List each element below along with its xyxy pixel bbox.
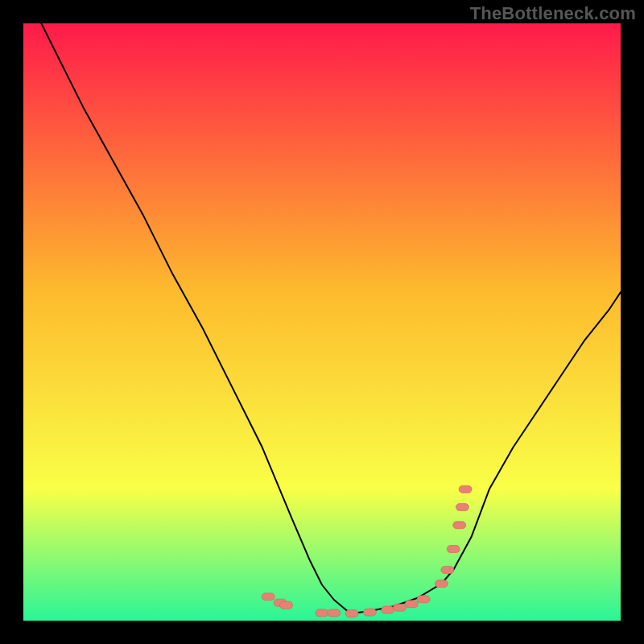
chart-stage: TheBottleneck.com <box>0 0 644 644</box>
marker-point <box>345 610 358 617</box>
bottleneck-plot <box>0 0 644 644</box>
marker-point <box>363 609 376 616</box>
marker-point <box>447 546 460 553</box>
marker-point <box>453 522 466 529</box>
marker-point <box>459 485 472 493</box>
marker-point <box>417 596 430 603</box>
marker-point <box>328 609 341 617</box>
marker-point <box>456 504 469 511</box>
marker-point <box>435 580 448 588</box>
marker-point <box>316 609 328 617</box>
marker-point <box>280 601 293 609</box>
marker-point <box>262 593 275 601</box>
watermark-text: TheBottleneck.com <box>470 3 636 24</box>
marker-point <box>405 601 418 608</box>
gradient-panel <box>23 23 621 621</box>
marker-point <box>382 606 394 613</box>
marker-point <box>394 604 407 611</box>
marker-point <box>441 566 454 573</box>
